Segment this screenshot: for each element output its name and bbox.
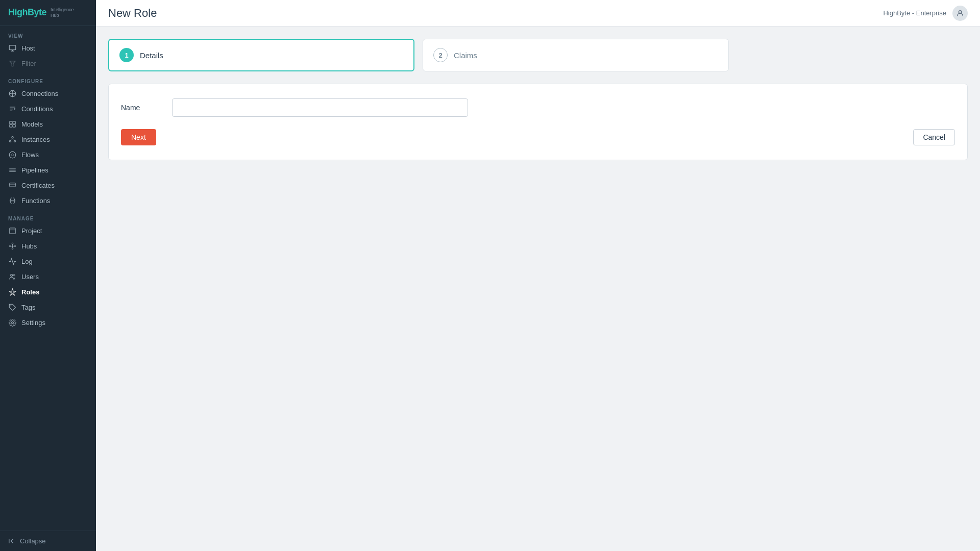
svg-point-13 (11, 137, 13, 138)
main-area: New Role HighByte - Enterprise 1 Details… (96, 0, 980, 551)
sidebar-item-instances-label: Instances (21, 136, 50, 143)
sidebar-item-users-label: Users (21, 273, 39, 281)
sidebar-item-certificates[interactable]: Certificates (0, 178, 96, 193)
sidebar-item-tags[interactable]: Tags (0, 300, 96, 315)
svg-marker-1 (9, 61, 15, 66)
project-icon (8, 227, 16, 235)
wizard-tab-claims-label: Claims (454, 51, 477, 60)
manage-section-label: MANAGE (0, 209, 96, 223)
roles-icon (8, 288, 16, 296)
flows-icon (8, 151, 16, 159)
sidebar-item-roles[interactable]: Roles (0, 285, 96, 300)
svg-rect-12 (13, 124, 15, 127)
sidebar-item-functions[interactable]: Functions (0, 193, 96, 209)
certificates-icon (8, 182, 16, 190)
sidebar-item-connections[interactable]: Connections (0, 86, 96, 102)
tenant-name: HighByte - Enterprise (883, 9, 946, 17)
sidebar-item-flows-label: Flows (21, 151, 39, 159)
page-title: New Role (108, 7, 157, 20)
connections-icon (8, 90, 16, 98)
svg-point-14 (9, 140, 11, 142)
sidebar-item-log-label: Log (21, 258, 33, 265)
sidebar-item-settings-label: Settings (21, 319, 45, 327)
svg-point-15 (14, 140, 15, 142)
wizard-tab-claims-number: 2 (433, 48, 448, 62)
sidebar-item-settings[interactable]: Settings (0, 315, 96, 331)
svg-point-27 (14, 245, 16, 247)
svg-rect-9 (9, 121, 12, 124)
sidebar-bottom: Collapse (0, 531, 96, 551)
content-area: 1 Details 2 Claims Name Next Cancel (96, 27, 980, 551)
wizard-tab-details-label: Details (140, 51, 163, 60)
svg-point-3 (11, 93, 13, 95)
sidebar-item-host-label: Host (21, 44, 35, 52)
wizard-tabs: 1 Details 2 Claims (108, 39, 968, 71)
logo: HighByte (8, 7, 46, 18)
sidebar-item-instances[interactable]: Instances (0, 132, 96, 147)
sidebar-item-conditions[interactable]: Conditions (0, 102, 96, 117)
wizard-tab-details-number: 1 (119, 48, 134, 62)
sidebar-item-tags-label: Tags (21, 304, 35, 311)
svg-line-17 (12, 138, 14, 140)
name-field-row: Name (121, 98, 955, 117)
svg-point-18 (9, 152, 16, 158)
sidebar: HighByte IntelligenceHub VIEW Host Filte… (0, 0, 96, 551)
sidebar-item-flows[interactable]: Flows (0, 147, 96, 163)
sidebar-item-project[interactable]: Project (0, 223, 96, 239)
settings-icon (8, 319, 16, 327)
svg-rect-0 (9, 45, 16, 50)
user-avatar[interactable] (952, 6, 968, 21)
users-icon (8, 273, 16, 281)
wizard-tab-claims[interactable]: 2 Claims (423, 39, 729, 71)
sidebar-item-hubs[interactable]: Hubs (0, 239, 96, 254)
sidebar-item-certificates-label: Certificates (21, 182, 55, 189)
sidebar-item-users[interactable]: Users (0, 269, 96, 285)
filter-icon (8, 60, 16, 68)
sidebar-item-log[interactable]: Log (0, 254, 96, 269)
topbar-right: HighByte - Enterprise (883, 6, 968, 21)
svg-point-36 (10, 306, 11, 307)
name-input[interactable] (172, 98, 468, 117)
configure-section-label: CONFIGURE (0, 71, 96, 86)
sidebar-item-roles-label: Roles (21, 288, 39, 296)
svg-line-16 (10, 138, 12, 140)
sidebar-item-functions-label: Functions (21, 197, 50, 205)
svg-marker-8 (14, 108, 16, 110)
sidebar-item-connections-label: Connections (21, 90, 58, 97)
form-area: Name Next Cancel (108, 84, 968, 160)
pipelines-icon (8, 166, 16, 174)
sidebar-item-pipelines-label: Pipelines (21, 166, 48, 174)
sidebar-item-pipelines[interactable]: Pipelines (0, 163, 96, 178)
sidebar-item-models-label: Models (21, 120, 43, 128)
collapse-button[interactable]: Collapse (8, 537, 88, 545)
svg-rect-10 (13, 121, 15, 124)
svg-point-28 (12, 243, 13, 244)
host-icon (8, 44, 16, 53)
sidebar-item-host[interactable]: Host (0, 41, 96, 56)
functions-icon (8, 197, 16, 205)
log-icon (8, 258, 16, 266)
user-icon (956, 9, 964, 17)
wizard-tab-details[interactable]: 1 Details (108, 39, 414, 71)
logo-highbyte: HighByte (8, 7, 46, 18)
conditions-icon (8, 105, 16, 113)
tags-icon (8, 304, 16, 312)
svg-rect-23 (9, 228, 15, 234)
sidebar-item-filter[interactable]: Filter (0, 56, 96, 71)
hubs-icon (8, 242, 16, 251)
cancel-button[interactable]: Cancel (913, 129, 955, 145)
sidebar-item-models[interactable]: Models (0, 117, 96, 132)
view-section-label: VIEW (0, 26, 96, 41)
svg-point-26 (9, 245, 11, 247)
svg-rect-11 (9, 124, 12, 127)
models-icon (8, 120, 16, 129)
next-button[interactable]: Next (121, 129, 156, 145)
svg-point-29 (12, 248, 13, 249)
logo-intel: IntelligenceHub (51, 7, 74, 18)
sidebar-item-filter-label: Filter (21, 60, 36, 67)
sidebar-item-hubs-label: Hubs (21, 242, 37, 250)
instances-icon (8, 136, 16, 144)
svg-point-39 (959, 10, 961, 13)
svg-point-34 (10, 274, 12, 277)
collapse-label: Collapse (20, 537, 46, 545)
